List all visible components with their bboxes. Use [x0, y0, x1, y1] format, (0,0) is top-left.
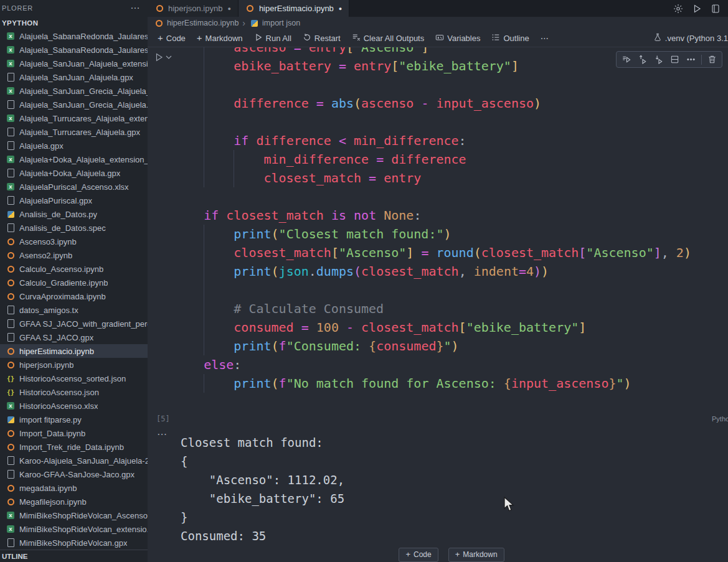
list-item[interactable]: Import_Data.ipynb: [0, 426, 148, 440]
code-line[interactable]: [174, 187, 691, 206]
modified-dot-icon[interactable]: ●: [227, 6, 230, 12]
list-item[interactable]: Alajuela_SanJuan_Grecia_Alajuela.g...: [0, 98, 148, 111]
list-item[interactable]: MimiBikeShopRideVolcan_Ascenso...: [0, 508, 148, 522]
list-item[interactable]: Alajuela_Turrucares_Alajuela_exten...: [0, 111, 148, 125]
run-all-button[interactable]: Run All: [249, 31, 296, 45]
list-item[interactable]: AlajuelaPuriscal.gpx: [0, 194, 148, 207]
code-line[interactable]: [174, 75, 691, 94]
list-item[interactable]: Analisis_de_Datos.spec: [0, 221, 148, 235]
outline-section-header[interactable]: UTLINE: [0, 550, 148, 562]
list-item[interactable]: Analisis_de_Datos.py: [0, 207, 148, 221]
code-line[interactable]: # Calculate Consumed: [174, 299, 691, 318]
tab-hiperjson[interactable]: hiperjson.ipynb ●: [148, 0, 239, 17]
list-item[interactable]: Alajuela_SabanaRedonda_Jaulares_...: [0, 43, 148, 57]
outline-button[interactable]: Outline: [486, 31, 534, 45]
code-line[interactable]: difference = abs(ascenso - input_ascenso…: [174, 94, 691, 113]
breadcrumb-file[interactable]: hiperEstimacio.ipynb: [167, 19, 239, 27]
clear-all-outputs-button[interactable]: Clear All Outputs: [347, 31, 430, 45]
code-line[interactable]: if difference < min_difference:: [174, 131, 691, 150]
list-item[interactable]: Karoo-GFAA-SanJose-Jaco.gpx: [0, 467, 148, 481]
list-item[interactable]: hiperjson.ipynb: [0, 358, 148, 372]
workspace-section-header[interactable]: YPYTHON: [0, 16, 148, 29]
chevron-right-icon: ›: [242, 18, 245, 28]
insert-code-cell-button[interactable]: + Code: [399, 548, 438, 562]
list-item[interactable]: GFAA SJ_JACO.gpx: [0, 330, 148, 344]
gear-icon[interactable]: [673, 4, 683, 14]
list-item[interactable]: import fitparse.py: [0, 413, 148, 426]
run-above-icon[interactable]: [635, 52, 650, 67]
breadcrumb-symbol[interactable]: import json: [262, 19, 300, 27]
cell-language-picker[interactable]: Python: [712, 415, 728, 423]
run-cell-button[interactable]: [154, 52, 172, 62]
list-item[interactable]: AlajuelaPuriscal_Ascenso.xlsx: [0, 180, 148, 194]
code-line[interactable]: ascenso = entry["Ascenso"]: [174, 47, 691, 57]
list-item[interactable]: Alajuela+Doka_Alajuela_extension_...: [0, 152, 148, 166]
list-item[interactable]: hiperEstimacio.ipynb: [0, 344, 148, 358]
code-line[interactable]: consumed = 100 - closest_match["ebike_ba…: [174, 318, 691, 337]
list-item[interactable]: Alajuela_Turrucares_Alajuela.gpx: [0, 125, 148, 139]
code-line[interactable]: [174, 113, 691, 131]
modified-dot-icon[interactable]: ●: [339, 6, 342, 12]
add-code-cell-button[interactable]: + Code: [153, 32, 191, 45]
tab-hiperestimacio[interactable]: hiperEstimacio.ipynb ●: [239, 0, 349, 17]
more-actions-icon[interactable]: ⋯: [130, 2, 140, 14]
code-line[interactable]: closest_match["Ascenso"] = round(closest…: [174, 243, 691, 262]
explorer-sidebar: PLORER ⋯ YPYTHON Alajuela_SabanaRedonda_…: [0, 0, 148, 562]
list-item[interactable]: Calculo_Ascenso.ipynb: [0, 262, 148, 276]
code-line[interactable]: print(f"Consumed: {consumed}"): [174, 337, 691, 355]
list-item[interactable]: Alajuela_SanJuan_Grecia_Alajuela_...: [0, 84, 148, 98]
list-item[interactable]: Alajuela_SanJuan_Alajuela_extensi...: [0, 57, 148, 70]
more-icon: ⋯: [541, 34, 549, 43]
delete-cell-icon[interactable]: [705, 52, 719, 67]
list-item[interactable]: Alajuela.gpx: [0, 139, 148, 152]
code-line[interactable]: if closest_match is not None:: [174, 206, 691, 225]
code-line[interactable]: closest_match = entry: [174, 169, 691, 187]
code-line[interactable]: min_difference = difference: [174, 150, 691, 169]
run-below-icon[interactable]: [651, 52, 666, 67]
indent-guide: [204, 318, 204, 337]
list-item[interactable]: Ascenso3.ipynb: [0, 235, 148, 248]
code-line[interactable]: print("Closest match found:"): [174, 225, 691, 243]
code-line[interactable]: ebike_battery = entry["ebike_battery"]: [174, 57, 691, 75]
split-cell-icon[interactable]: [668, 52, 682, 67]
file-name: MimiBikeShopRideVolcan_extensio...: [19, 525, 148, 534]
list-item[interactable]: HistoricoAscenso.json: [0, 385, 148, 399]
output-more-icon[interactable]: ⋯: [157, 428, 168, 440]
code-line[interactable]: [174, 281, 691, 299]
list-item[interactable]: MimiBikeShopRideVolcan.gpx: [0, 536, 148, 550]
ipynb-file-icon: [6, 483, 16, 493]
list-item[interactable]: MimiBikeShopRideVolcan_extensio...: [0, 522, 148, 536]
list-item[interactable]: datos_amigos.tx: [0, 303, 148, 317]
add-markdown-cell-button[interactable]: + Markdown: [192, 32, 248, 45]
list-item[interactable]: Calculo_Gradiente.ipynb: [0, 276, 148, 289]
run-by-line-icon[interactable]: [619, 52, 633, 67]
list-item[interactable]: Alajuela+Doka_Alajuela.gpx: [0, 166, 148, 180]
list-item[interactable]: Import_Trek_ride_Data.ipynb: [0, 440, 148, 454]
toolbar-more-button[interactable]: ⋯: [536, 32, 554, 45]
file-name: Import_Trek_ride_Data.ipynb: [19, 443, 124, 452]
list-item[interactable]: GFAA SJ_JACO_with_gradient_perc...: [0, 317, 148, 330]
list-item[interactable]: Megafilejson.ipynb: [0, 495, 148, 508]
excel-file-icon: [6, 59, 16, 68]
code-line[interactable]: print(f"No match found for Ascenso: {inp…: [174, 374, 691, 393]
beaker-icon: [653, 33, 662, 44]
insert-markdown-cell-button[interactable]: + Markdown: [448, 548, 504, 562]
list-item[interactable]: Alajuela_SabanaRedonda_Jaulares_...: [0, 29, 148, 43]
list-item[interactable]: Alajuela_SanJuan_Alajuela.gpx: [0, 70, 148, 84]
list-item[interactable]: HistoricoAscenso_sorted.json: [0, 372, 148, 385]
code-line[interactable]: else:: [174, 355, 691, 374]
more-icon[interactable]: [684, 52, 698, 67]
kernel-picker[interactable]: .venv (Python 3.1: [653, 33, 728, 44]
list-item[interactable]: Asenso2.ipynb: [0, 248, 148, 262]
notebook-icon[interactable]: [711, 4, 721, 14]
list-item[interactable]: Karoo-Alajuela_SanJuan_Alajuela-2...: [0, 454, 148, 467]
variables-button[interactable]: Variables: [430, 31, 485, 45]
list-item[interactable]: megadata.ipynb: [0, 481, 148, 495]
run-icon[interactable]: [692, 4, 702, 14]
list-item[interactable]: CurvaAproximada.ipynb: [0, 289, 148, 303]
plus-icon: +: [197, 33, 202, 42]
list-item[interactable]: HistoricoAscenso.xlsx: [0, 399, 148, 413]
code-line[interactable]: print(json.dumps(closest_match, indent=4…: [174, 262, 691, 281]
file-name: HistoricoAscenso_sorted.json: [19, 374, 126, 383]
restart-button[interactable]: Restart: [298, 31, 346, 45]
